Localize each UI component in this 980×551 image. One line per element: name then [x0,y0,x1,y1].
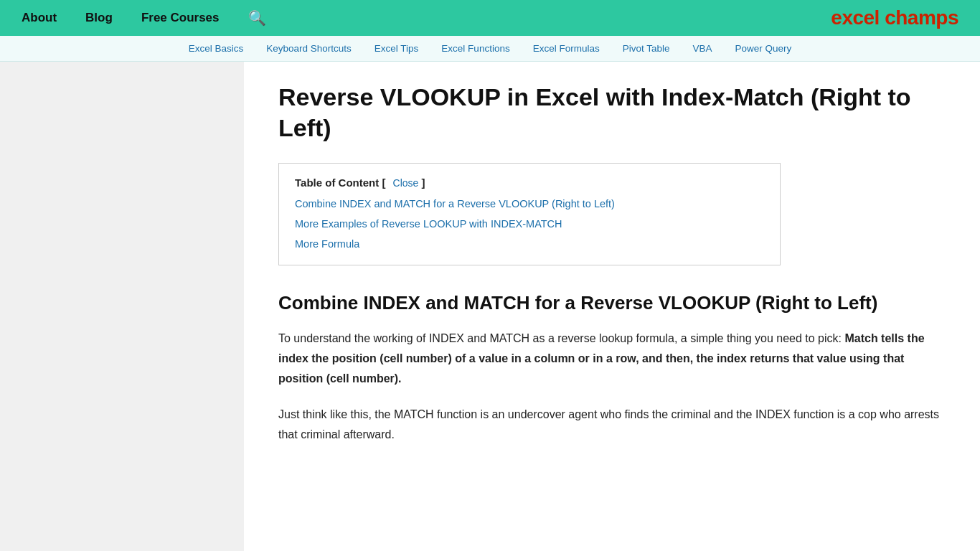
top-nav-links: About Blog Free Courses 🔍 [22,9,831,27]
toc-item-1: Combine INDEX and MATCH for a Reverse VL… [295,197,764,210]
brand-logo[interactable]: excel champs [831,6,958,29]
nav-excel-functions[interactable]: Excel Functions [441,43,509,54]
toc-item-3: More Formula [295,237,764,250]
nav-pivot-table[interactable]: Pivot Table [623,43,670,54]
sidebar [0,62,244,551]
toc-bracket-close: ] [418,176,425,189]
page-layout: Reverse VLOOKUP in Excel with Index-Matc… [0,62,980,551]
para1-prefix: To understand the working of INDEX and M… [278,332,844,344]
toc-item-2: More Examples of Reverse LOOKUP with IND… [295,217,764,230]
toc-header: Table of Content [ Close ] [295,176,764,189]
toc-link-2[interactable]: More Examples of Reverse LOOKUP with IND… [295,218,562,230]
nav-power-query[interactable]: Power Query [735,43,792,54]
section1-heading: Combine INDEX and MATCH for a Reverse VL… [278,291,946,316]
toc-close-toggle[interactable]: Close [393,177,419,189]
nav-excel-basics[interactable]: Excel Basics [189,43,244,54]
nav-vba[interactable]: VBA [692,43,712,54]
nav-blog[interactable]: Blog [85,11,113,25]
page-title: Reverse VLOOKUP in Excel with Index-Matc… [278,82,946,143]
nav-excel-formulas[interactable]: Excel Formulas [533,43,600,54]
top-nav: About Blog Free Courses 🔍 excel champs [0,0,980,36]
section1-paragraph2: Just think like this, the MATCH function… [278,405,946,445]
toc-list: Combine INDEX and MATCH for a Reverse VL… [295,197,764,250]
search-icon[interactable]: 🔍 [248,9,266,27]
toc-link-3[interactable]: More Formula [295,238,359,250]
nav-about[interactable]: About [22,11,57,25]
table-of-contents: Table of Content [ Close ] Combine INDEX… [278,163,781,265]
secondary-nav: Excel Basics Keyboard Shortcuts Excel Ti… [0,36,980,62]
nav-excel-tips[interactable]: Excel Tips [374,43,419,54]
toc-heading-label: Table of Content [295,176,379,189]
nav-keyboard-shortcuts[interactable]: Keyboard Shortcuts [266,43,352,54]
section1-paragraph1: To understand the working of INDEX and M… [278,329,946,389]
main-content: Reverse VLOOKUP in Excel with Index-Matc… [244,62,980,551]
toc-bracket-open: [ [382,176,388,189]
toc-link-1[interactable]: Combine INDEX and MATCH for a Reverse VL… [295,198,615,209]
nav-free-courses[interactable]: Free Courses [141,11,220,25]
